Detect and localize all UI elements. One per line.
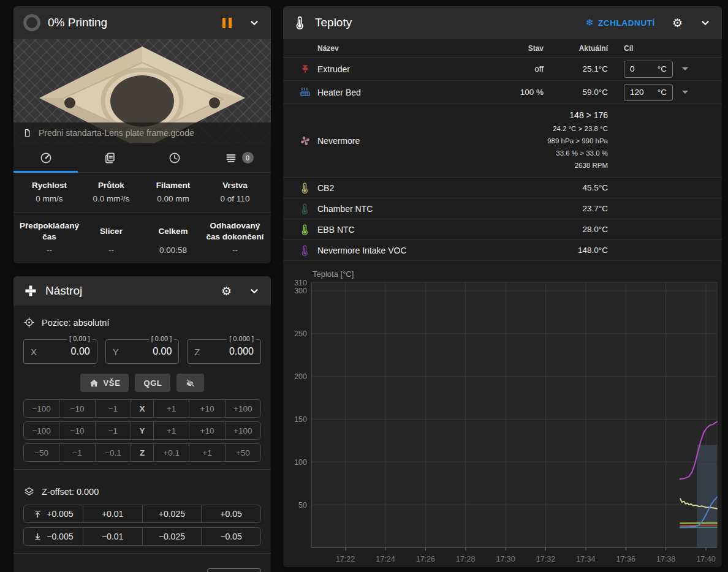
collapse-panel-chevron-icon[interactable]	[248, 16, 261, 29]
z-offset-up-btn-0[interactable]: +0.005	[24, 505, 83, 522]
pause-button[interactable]	[222, 18, 232, 28]
speed-factor-row: Rychlost 100%	[23, 561, 261, 572]
temp-row-ebb-ntc: EBB NTC28.0°C	[283, 219, 722, 240]
sensor-value-line: 148 > 176	[491, 110, 608, 120]
home-all-button[interactable]: VŠE	[80, 374, 129, 392]
jog-z-btn-5[interactable]: +1	[189, 444, 224, 461]
jog-row-z: −50−1−0.1Z+0.1+1+50	[23, 443, 261, 462]
axis-value: 0.000	[229, 346, 254, 357]
stat-filament: Filament0.00 mm	[142, 180, 204, 203]
z-offset-up-btn-1[interactable]: +0.01	[83, 505, 142, 522]
axis-z-field[interactable]: [ 0.000 ]Z0.000	[187, 339, 261, 364]
motors-off-button[interactable]	[176, 374, 204, 392]
svg-text:17:28: 17:28	[456, 555, 475, 563]
jog-y-btn-6[interactable]: +100	[225, 422, 260, 439]
sensor-value-line: 33.6 % > 33.0 %	[491, 147, 608, 159]
print-status-header: 0% Printing	[13, 6, 271, 39]
sensor-name: Heater Bed	[317, 88, 491, 97]
temps-settings-gear-icon[interactable]: ⚙	[672, 16, 683, 29]
z-offset-down-btn-3[interactable]: −0.05	[201, 528, 260, 545]
files-icon	[104, 151, 117, 165]
tab-status[interactable]	[13, 143, 78, 172]
z-offset-down-btn-0[interactable]: −0.005	[24, 528, 83, 545]
jog-x-btn-6[interactable]: +100	[225, 400, 260, 417]
svg-text:17:34: 17:34	[576, 555, 595, 563]
sensor-current-temp: 45.5°C	[544, 183, 608, 192]
extruder-icon	[293, 63, 317, 75]
stat-value: 0:00:58	[142, 246, 204, 255]
jog-y-btn-0[interactable]: −100	[24, 422, 59, 439]
qgl-button[interactable]: QGL	[135, 374, 170, 392]
sensor-name: Chamber NTC	[317, 204, 491, 214]
speed-factor-input[interactable]: 100%	[207, 568, 261, 572]
sensor-current-temp: 23.7°C	[544, 204, 608, 213]
stat-vrstva: Vrstva0 of 110	[204, 180, 266, 203]
svg-text:100: 100	[294, 458, 307, 467]
target-presets-caret-icon[interactable]	[682, 67, 688, 70]
sensor-current-temp: 28.0°C	[544, 225, 608, 234]
svg-text:250: 250	[294, 329, 307, 338]
sensor-value-line: 989 hPa > 990 hPa	[491, 135, 608, 147]
tab-files[interactable]	[78, 143, 142, 172]
jog-y-btn-2[interactable]: −1	[95, 422, 131, 439]
tab-queue[interactable]: 0	[207, 143, 271, 172]
svg-text:17:36: 17:36	[616, 555, 635, 563]
crosshair-target-icon	[23, 317, 35, 328]
jog-x-btn-2[interactable]: −1	[95, 400, 131, 417]
target-temp-input[interactable]: 120°C	[624, 84, 673, 101]
jog-x-btn-5[interactable]: +10	[189, 400, 224, 417]
collapse-temps-chevron-icon[interactable]	[699, 16, 712, 29]
z-offset-down-btn-2[interactable]: −0.025	[142, 528, 202, 545]
sensor-current-temp: 25.1°C	[544, 64, 608, 73]
jog-axis-label-z: Z	[131, 444, 153, 461]
temperature-chart[interactable]: 3103002502001501005017:2217:2417:2617:28…	[283, 261, 722, 567]
svg-text:17:22: 17:22	[336, 555, 355, 563]
target-presets-caret-icon[interactable]	[682, 91, 688, 94]
sensor-value-line: 24.2 °C > 23.8 °C	[491, 122, 608, 135]
axis-position-fields: [ 0.00 ]X0.00[ 0.00 ]Y0.00[ 0.000 ]Z0.00…	[23, 339, 261, 364]
queue-icon	[224, 151, 238, 165]
stat-label: Rychlost	[18, 180, 80, 191]
gcode-preview-image: Predni standarta-Lens plate frame.gcode	[13, 39, 271, 143]
cooldown-button[interactable]: ❄ ZCHLADNUTÍ	[586, 17, 655, 28]
z-offset-down-row: −0.005−0.01−0.025−0.05	[23, 527, 261, 546]
jog-z-btn-2[interactable]: −0.1	[95, 444, 131, 461]
jog-x-btn-4[interactable]: +1	[153, 400, 189, 417]
axis-letter: X	[31, 347, 37, 357]
jog-y-btn-4[interactable]: +1	[153, 422, 189, 439]
svg-text:17:30: 17:30	[496, 555, 515, 563]
jog-y-btn-5[interactable]: +10	[189, 422, 224, 439]
svg-text:200: 200	[294, 372, 307, 381]
axis-x-field[interactable]: [ 0.00 ]X0.00	[23, 339, 97, 364]
jog-z-btn-6[interactable]: +50	[225, 444, 260, 461]
jog-y-btn-1[interactable]: −10	[59, 422, 94, 439]
stat-rychlost: Rychlost0 mm/s	[18, 180, 80, 203]
jog-z-btn-0[interactable]: −50	[24, 444, 59, 461]
temps-table-header: Název Stav Aktuální Cíl	[283, 39, 722, 58]
layers-icon	[23, 486, 35, 497]
stat-value: --	[80, 246, 142, 255]
print-status-title: 0% Printing	[48, 16, 107, 29]
collapse-tool-chevron-icon[interactable]	[248, 284, 261, 298]
tab-history[interactable]	[142, 143, 207, 172]
sensor-name: EBB NTC	[317, 225, 491, 235]
jog-z-btn-4[interactable]: +0.1	[153, 444, 189, 461]
jog-controls: −100−10−1X+1+10+100−100−10−1Y+1+10+100−5…	[23, 399, 261, 462]
z-offset-label: Z-offset: 0.000	[42, 487, 99, 497]
z-offset-up-btn-3[interactable]: +0.05	[201, 505, 260, 522]
axis-legend: [ 0.00 ]	[149, 335, 175, 342]
z-offset-up-btn-2[interactable]: +0.025	[142, 505, 202, 522]
jog-x-btn-0[interactable]: −100	[24, 400, 59, 417]
jog-x-btn-1[interactable]: −10	[59, 400, 94, 417]
axis-y-field[interactable]: [ 0.00 ]Y0.00	[105, 339, 180, 364]
thermo-icon	[293, 182, 317, 194]
temperatures-header: Teploty ❄ ZCHLADNUTÍ ⚙	[283, 6, 722, 39]
tool-settings-gear-icon[interactable]: ⚙	[221, 284, 232, 298]
jog-z-btn-1[interactable]: −1	[59, 444, 94, 461]
sensor-name: Nevermore	[317, 136, 491, 146]
jog-axis-label-y: Y	[131, 422, 153, 439]
z-offset-down-btn-1[interactable]: −0.01	[83, 528, 142, 545]
temperatures-panel: Teploty ❄ ZCHLADNUTÍ ⚙ Název Stav Aktuál…	[283, 6, 722, 567]
print-status-tabs: 0	[13, 143, 271, 173]
target-temp-input[interactable]: 0°C	[624, 61, 673, 78]
